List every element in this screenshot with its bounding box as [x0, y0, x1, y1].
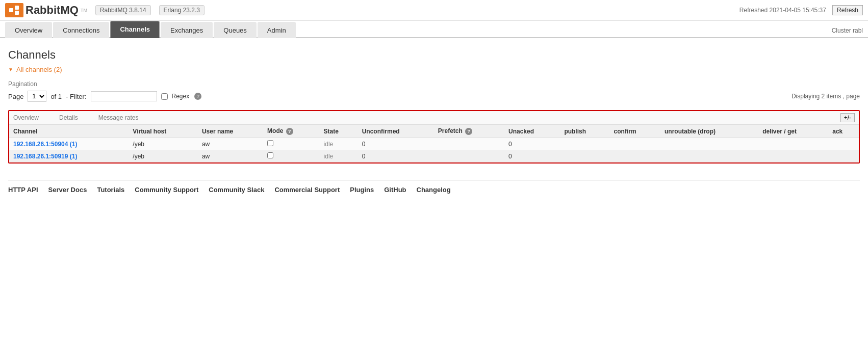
cell-unacked-2: 0 — [504, 150, 560, 162]
logo: RabbitMQ TM — [5, 3, 87, 17]
nav-bar: Overview Connections Channels Exchanges … — [0, 21, 868, 38]
refreshed-timestamp: Refreshed 2021-04-05 15:45:37 — [739, 7, 826, 14]
top-bar: RabbitMQ TM RabbitMQ 3.8.14 Erlang 23.2.… — [0, 0, 868, 21]
nav-item-channels[interactable]: Channels — [110, 21, 160, 38]
cell-ack-1 — [828, 138, 859, 150]
cell-unroutable-2 — [660, 150, 758, 162]
cell-deliver-get-1 — [758, 138, 828, 150]
cell-deliver-get-2 — [758, 150, 828, 162]
cell-publish-1 — [560, 138, 609, 150]
message-rates-group-label: Message rates — [98, 114, 139, 121]
filter-label: - Filter: — [66, 93, 86, 100]
section-groups: Overview Details Message rates — [13, 114, 138, 121]
col-unacked: Unacked — [504, 125, 560, 138]
channel-link-2[interactable]: 192.168.26.1:50919 (1) — [13, 153, 77, 160]
pagination-row: Page 1 of 1 - Filter: Regex ? Displaying… — [8, 91, 860, 102]
page-label: Page — [8, 93, 23, 100]
page-select[interactable]: 1 — [28, 91, 46, 102]
footer-link-community-support[interactable]: Community Support — [135, 186, 198, 194]
logo-icon — [5, 3, 23, 17]
main-content: Channels ▼ All channels (2) Pagination P… — [0, 38, 868, 209]
col-prefetch: Prefetch ? — [434, 125, 504, 138]
table-body: 192.168.26.1:50904 (1) /yeb aw idle 0 0 — [9, 138, 859, 162]
cell-unconfirmed-1: 0 — [358, 138, 434, 150]
pagination-controls: Page 1 of 1 - Filter: Regex ? — [8, 91, 201, 102]
cell-prefetch-2 — [434, 150, 504, 162]
mode-checkbox-1[interactable] — [267, 140, 273, 146]
cell-vhost-2: /yeb — [129, 150, 198, 162]
table-row: 192.168.26.1:50904 (1) /yeb aw idle 0 0 — [9, 138, 859, 150]
cell-username-1: aw — [198, 138, 263, 150]
mode-checkbox-2[interactable] — [267, 152, 273, 158]
cell-confirm-2 — [610, 150, 660, 162]
filter-input[interactable] — [91, 91, 157, 101]
details-group-label: Details — [59, 114, 78, 121]
footer-links: HTTP API Server Docs Tutorials Community… — [8, 180, 860, 199]
cell-username-2: aw — [198, 150, 263, 162]
cell-unacked-1: 0 — [504, 138, 560, 150]
cell-publish-2 — [560, 150, 609, 162]
regex-help-icon[interactable]: ? — [194, 93, 201, 100]
top-bar-left: RabbitMQ TM RabbitMQ 3.8.14 Erlang 23.2.… — [5, 3, 205, 17]
cell-unconfirmed-2: 0 — [358, 150, 434, 162]
pagination-label: Pagination — [8, 80, 860, 88]
table-row: 192.168.26.1:50919 (1) /yeb aw idle 0 0 — [9, 150, 859, 162]
footer-link-commercial-support[interactable]: Commercial Support — [274, 186, 340, 194]
col-confirm: confirm — [610, 125, 660, 138]
channels-table-section: Overview Details Message rates +/- Chann… — [8, 110, 860, 164]
nav-item-connections[interactable]: Connections — [53, 22, 109, 38]
cell-state-1: idle — [320, 138, 358, 150]
mode-help-icon[interactable]: ? — [286, 128, 293, 135]
col-unconfirmed: Unconfirmed — [358, 125, 434, 138]
collapse-arrow-icon: ▼ — [8, 67, 13, 72]
channels-table: Channel Virtual host User name Mode ? St… — [9, 125, 859, 162]
nav-item-exchanges[interactable]: Exchanges — [161, 22, 213, 38]
nav-item-admin[interactable]: Admin — [258, 22, 296, 38]
footer-link-http-api[interactable]: HTTP API — [8, 186, 38, 194]
cell-unroutable-1 — [660, 138, 758, 150]
logo-wordmark: RabbitMQ — [25, 4, 79, 17]
footer-link-server-docs[interactable]: Server Docs — [48, 186, 87, 194]
channel-link-1[interactable]: 192.168.26.1:50904 (1) — [13, 141, 77, 148]
cell-state-2: idle — [320, 150, 358, 162]
cell-mode-1 — [263, 138, 319, 150]
footer-link-tutorials[interactable]: Tutorials — [97, 186, 124, 194]
cell-ack-2 — [828, 150, 859, 162]
prefetch-help-icon[interactable]: ? — [465, 128, 472, 135]
footer-link-github[interactable]: GitHub — [384, 186, 406, 194]
col-channel: Channel — [9, 125, 129, 138]
footer-link-community-slack[interactable]: Community Slack — [209, 186, 264, 194]
col-mode: Mode ? — [263, 125, 319, 138]
regex-checkbox[interactable] — [161, 93, 168, 100]
cell-vhost-1: /yeb — [129, 138, 198, 150]
footer-link-changelog[interactable]: Changelog — [417, 186, 451, 194]
cluster-info: Cluster rabl — [832, 27, 863, 37]
overview-group-label: Overview — [13, 114, 39, 121]
regex-label: Regex — [172, 93, 190, 100]
logo-tm: TM — [81, 8, 87, 13]
col-publish: publish — [560, 125, 609, 138]
cell-channel-1: 192.168.26.1:50904 (1) — [9, 138, 129, 150]
nav-item-overview[interactable]: Overview — [5, 22, 52, 38]
col-virtual-host: Virtual host — [129, 125, 198, 138]
plus-minus-button[interactable]: +/- — [840, 113, 855, 122]
erlang-version: Erlang 23.2.3 — [159, 5, 205, 15]
displaying-info: Displaying 2 items , page — [201, 93, 860, 100]
footer-link-plugins[interactable]: Plugins — [350, 186, 374, 194]
svg-rect-0 — [9, 8, 13, 12]
pagination-section: Pagination Page 1 of 1 - Filter: Regex ?… — [8, 80, 860, 102]
col-state: State — [320, 125, 358, 138]
refresh-button[interactable]: Refresh — [832, 5, 863, 15]
cell-mode-2 — [263, 150, 319, 162]
cell-confirm-1 — [610, 138, 660, 150]
col-user-name: User name — [198, 125, 263, 138]
col-unroutable-drop: unroutable (drop) — [660, 125, 758, 138]
cell-channel-2: 192.168.26.1:50919 (1) — [9, 150, 129, 162]
table-header: Channel Virtual host User name Mode ? St… — [9, 125, 859, 138]
all-channels-header[interactable]: ▼ All channels (2) — [8, 66, 860, 73]
rabbitmq-version: RabbitMQ 3.8.14 — [95, 5, 151, 15]
page-title: Channels — [8, 48, 860, 62]
table-header-row: Overview Details Message rates +/- — [9, 111, 859, 125]
nav-item-queues[interactable]: Queues — [214, 22, 257, 38]
svg-rect-1 — [15, 6, 19, 10]
